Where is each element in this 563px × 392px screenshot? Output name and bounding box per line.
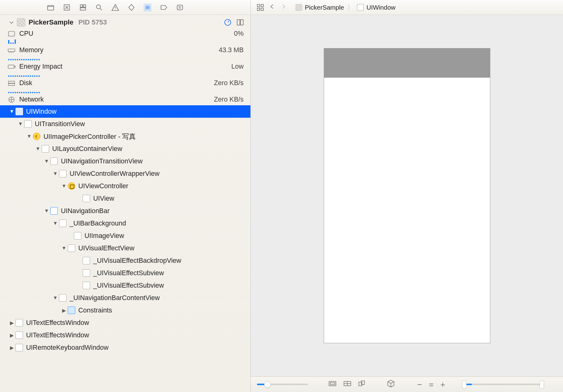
jump-bar: PickerSample 〉 UIWindow <box>251 0 563 15</box>
tree-label: UIViewControllerWrapperView <box>70 170 159 178</box>
tree-node-uibarbackground[interactable]: ▼_UIBarBackground <box>0 217 250 230</box>
constraints-icon[interactable] <box>343 380 351 389</box>
energy-row[interactable]: Energy Impact Low <box>0 61 250 77</box>
memory-sparkline <box>8 55 244 60</box>
svg-rect-18 <box>261 4 263 7</box>
view-modes-icon[interactable] <box>236 18 244 26</box>
gauge-icon[interactable] <box>224 18 232 26</box>
source-control-icon[interactable] <box>63 3 71 11</box>
tree-node-subview1[interactable]: ▶_UIVisualEffectSubview <box>0 267 250 279</box>
reports-icon[interactable] <box>176 3 184 11</box>
energy-value: Low <box>231 63 244 71</box>
network-icon <box>7 96 16 103</box>
crumb-app[interactable]: PickerSample <box>295 4 344 11</box>
tree-node-uiimageview[interactable]: ▶UIImageView <box>0 230 250 242</box>
svg-rect-22 <box>330 383 335 385</box>
cpu-row[interactable]: CPU 0% <box>0 28 250 44</box>
tree-node-texteffects1[interactable]: ▶UITextEffectsWindow <box>0 317 250 329</box>
crumb-label: PickerSample <box>305 4 344 11</box>
tree-label: _UIBarBackground <box>70 220 126 227</box>
tree-node-backdrop[interactable]: ▶_UIVisualEffectBackdropView <box>0 254 250 267</box>
clip-icon[interactable] <box>328 380 336 389</box>
navigator-toolbar <box>0 0 250 15</box>
svg-rect-12 <box>8 65 14 68</box>
svg-rect-4 <box>80 8 85 10</box>
tree-label: UITransitionView <box>35 120 85 128</box>
forward-button[interactable] <box>280 3 287 11</box>
tree-label: UIView <box>93 195 114 203</box>
app-icon <box>17 18 25 27</box>
svg-point-5 <box>96 5 100 9</box>
search-icon[interactable] <box>95 3 103 11</box>
tree-node-uiview[interactable]: ▶UIView <box>0 192 250 205</box>
tree-label: UITextEffectsWindow <box>26 319 89 327</box>
tree-node-constraints[interactable]: ▶Constraints <box>0 304 250 317</box>
memory-value: 43.3 MB <box>219 46 244 54</box>
wireframe-icon[interactable] <box>358 380 366 389</box>
tree-node-subview2[interactable]: ▶_UIVisualEffectSubview <box>0 279 250 292</box>
tree-label: UINavigationBar <box>61 207 110 215</box>
tree-node-uilayoutcontainerview[interactable]: ▼UILayoutContainerView <box>0 143 250 155</box>
disk-row[interactable]: Disk Zero KB/s <box>0 77 250 94</box>
memory-label: Memory <box>19 46 43 54</box>
svg-rect-13 <box>14 66 15 67</box>
svg-rect-3 <box>83 5 86 7</box>
tests-icon[interactable] <box>127 3 135 11</box>
view-debugger-canvas[interactable]: − = + <box>251 15 563 392</box>
disclosure-icon[interactable] <box>7 18 16 26</box>
folder-icon[interactable] <box>47 3 55 11</box>
energy-icon <box>7 63 16 70</box>
process-row[interactable]: PickerSample PID 5753 <box>0 15 250 28</box>
orient-3d-icon[interactable] <box>387 380 395 389</box>
tree-label: UIRemoteKeyboardWindow <box>26 344 108 352</box>
tree-node-texteffects2[interactable]: ▶UITextEffectsWindow <box>0 329 250 341</box>
tree-node-remotekeyboard[interactable]: ▶UIRemoteKeyboardWindow <box>0 341 250 354</box>
spacing-slider[interactable] <box>257 381 308 388</box>
tree-label: UITextEffectsWindow <box>26 331 89 339</box>
svg-rect-17 <box>257 4 260 7</box>
rendered-navbar <box>324 48 490 78</box>
debug-icon[interactable] <box>144 3 152 11</box>
network-label: Network <box>19 96 44 103</box>
app-mini-icon <box>295 4 302 11</box>
tree-node-uiviewcontrollerwrapperview[interactable]: ▼UIViewControllerWrapperView <box>0 167 250 180</box>
tree-node-navbarcontentview[interactable]: ▼_UINavigationBarContentView <box>0 292 250 304</box>
canvas-bottom-bar: − = + <box>251 376 563 392</box>
back-button[interactable] <box>269 3 276 11</box>
zoom-in-button[interactable]: + <box>440 381 445 389</box>
memory-row[interactable]: Memory 43.3 MB <box>0 44 250 61</box>
svg-rect-20 <box>261 8 263 11</box>
tree-node-uiviewcontroller[interactable]: ▼UIViewController <box>0 180 250 192</box>
related-items-icon[interactable] <box>256 3 264 11</box>
svg-rect-8 <box>237 20 240 25</box>
issues-icon[interactable] <box>111 3 119 11</box>
tree-node-uivisualeffectview[interactable]: ▼UIVisualEffectView <box>0 242 250 254</box>
crumb-window[interactable]: UIWindow <box>357 4 395 11</box>
tree-node-uiwindow[interactable]: ▼UIWindow <box>0 105 250 118</box>
tree-label: _UIVisualEffectSubview <box>93 282 164 289</box>
view-mini-icon <box>357 4 364 11</box>
svg-rect-19 <box>257 8 260 11</box>
view-hierarchy-tree[interactable]: ▼UIWindow ▼UITransitionView ▼UIImagePick… <box>0 104 250 392</box>
energy-sparkline <box>8 72 244 77</box>
tree-label: Constraints <box>78 307 112 314</box>
breakpoints-icon[interactable] <box>160 3 168 11</box>
tree-node-uinavigationtransitionview[interactable]: ▼UINavigationTransitionView <box>0 155 250 167</box>
zoom-fit-button[interactable]: = <box>429 381 433 389</box>
zoom-out-button[interactable]: − <box>417 381 422 389</box>
symbols-icon[interactable] <box>79 3 87 11</box>
tree-label: UIVisualEffectView <box>78 244 134 252</box>
energy-label: Energy Impact <box>19 63 62 71</box>
network-row[interactable]: Network Zero KB/s <box>0 94 250 104</box>
device-rendering[interactable] <box>324 48 490 343</box>
range-slider[interactable] <box>463 381 544 389</box>
tree-label: UIImageView <box>85 232 124 240</box>
breadcrumb[interactable]: PickerSample 〉 UIWindow <box>295 3 396 12</box>
tree-node-uiimagepickercontroller[interactable]: ▼UIImagePickerController - 写真 <box>0 130 250 143</box>
tree-node-uinavigationbar[interactable]: ▼UINavigationBar <box>0 205 250 217</box>
network-value: Zero KB/s <box>214 96 244 103</box>
debug-navigator-panel: PickerSample PID 5753 CPU 0% Memory 43.3… <box>0 0 251 392</box>
tree-label: UINavigationTransitionView <box>61 157 143 165</box>
chevron-right-icon: 〉 <box>347 3 354 12</box>
tree-node-uitransitionview[interactable]: ▼UITransitionView <box>0 118 250 130</box>
